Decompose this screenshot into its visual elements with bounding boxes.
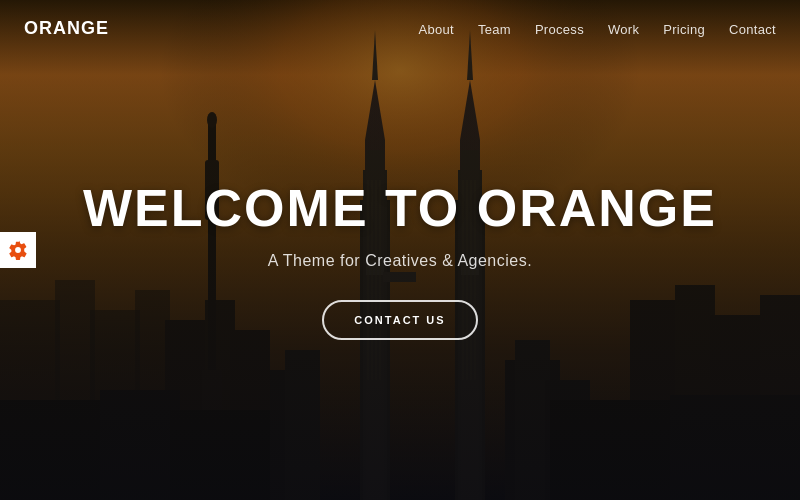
nav-link-pricing[interactable]: Pricing [663,22,705,37]
nav-link-process[interactable]: Process [535,22,584,37]
brand-logo: ORANGE [24,18,109,39]
nav-item-about[interactable]: About [418,20,453,38]
nav-link-team[interactable]: Team [478,22,511,37]
hero-content: WELCOME TO ORANGE A Theme for Creatives … [63,180,737,339]
nav-links: About Team Process Work Pricing Contact [418,20,776,38]
nav-item-contact[interactable]: Contact [729,20,776,38]
settings-button[interactable] [0,232,36,268]
hero-section: ORANGE About Team Process Work Pricing C… [0,0,800,500]
hero-title: WELCOME TO ORANGE [83,180,717,237]
nav-item-team[interactable]: Team [478,20,511,38]
nav-link-about[interactable]: About [418,22,453,37]
contact-us-button[interactable]: CONTACT US [322,300,477,340]
nav-link-contact[interactable]: Contact [729,22,776,37]
gear-icon [8,240,28,260]
hero-subtitle: A Theme for Creatives & Agencies. [83,252,717,270]
navbar: ORANGE About Team Process Work Pricing C… [0,0,800,57]
nav-item-work[interactable]: Work [608,20,639,38]
nav-item-pricing[interactable]: Pricing [663,20,705,38]
nav-link-work[interactable]: Work [608,22,639,37]
nav-item-process[interactable]: Process [535,20,584,38]
